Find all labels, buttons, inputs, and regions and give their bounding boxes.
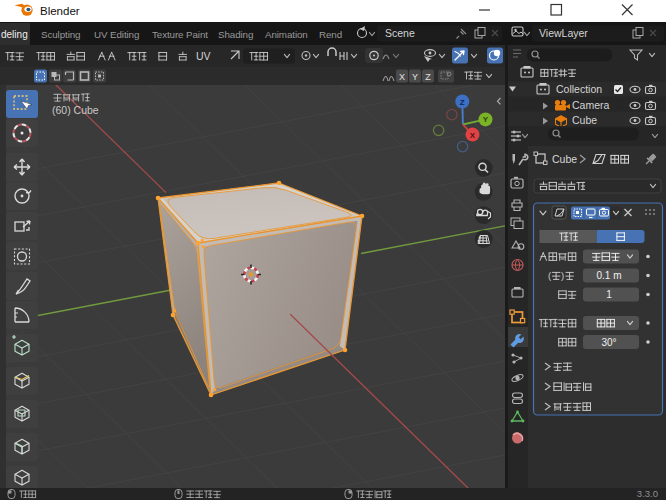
- svg-text:Z: Z: [460, 98, 465, 107]
- svg-text:3.3.0: 3.3.0: [637, 488, 658, 499]
- svg-text:UV: UV: [196, 50, 211, 62]
- svg-text:): ): [561, 270, 564, 281]
- svg-text:Cube: Cube: [552, 153, 577, 165]
- svg-text:(60) Cube: (60) Cube: [52, 104, 99, 116]
- svg-text:Blender: Blender: [40, 5, 80, 17]
- svg-text:Camera: Camera: [572, 99, 610, 111]
- svg-text:1: 1: [606, 289, 612, 300]
- svg-text:ViewLayer: ViewLayer: [539, 27, 588, 39]
- svg-text:Collection: Collection: [556, 83, 602, 95]
- svg-text:Animation: Animation: [265, 29, 308, 40]
- svg-text:deling: deling: [1, 29, 28, 40]
- svg-text:Z: Z: [425, 72, 431, 82]
- svg-text:Rend: Rend: [319, 29, 342, 40]
- svg-text:X: X: [470, 131, 476, 140]
- svg-text:UV Editing: UV Editing: [94, 29, 139, 40]
- svg-text:Sculpting: Sculpting: [41, 29, 80, 40]
- svg-text:Shading: Shading: [218, 29, 253, 40]
- svg-text:Scene: Scene: [385, 27, 415, 39]
- svg-text:Y: Y: [483, 115, 489, 124]
- svg-text:0.1 m: 0.1 m: [596, 270, 621, 281]
- svg-text:Texture Paint: Texture Paint: [152, 29, 208, 40]
- svg-text:X: X: [399, 72, 405, 82]
- svg-text:30°: 30°: [601, 337, 616, 348]
- svg-text:Cube: Cube: [572, 114, 597, 126]
- svg-text:Y: Y: [412, 72, 418, 82]
